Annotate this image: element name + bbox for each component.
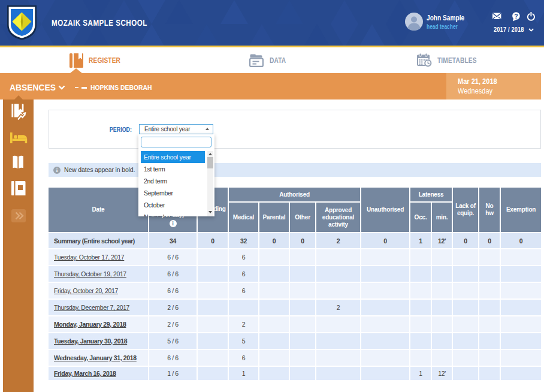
svg-text:?: ? — [514, 13, 518, 20]
